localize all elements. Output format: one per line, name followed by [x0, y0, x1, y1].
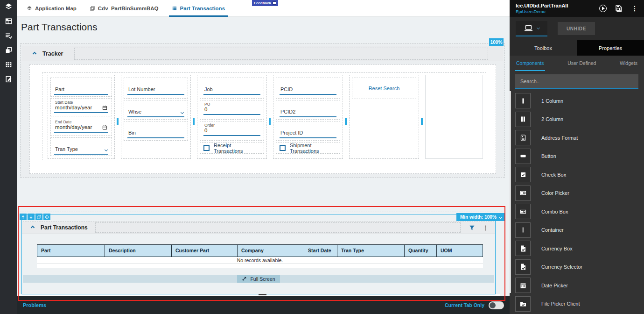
- component-item-container[interactable]: Container: [510, 221, 644, 240]
- problems-link[interactable]: Problems: [23, 302, 46, 308]
- checkbox[interactable]: [280, 145, 286, 151]
- copy-button[interactable]: [35, 214, 42, 220]
- component-item-date-picker[interactable]: Date Picker: [510, 276, 644, 295]
- tracker-field-bin[interactable]: Bin: [124, 121, 188, 141]
- panel-tab-properties[interactable]: Properties: [577, 40, 644, 56]
- panel-tab-toolbox[interactable]: Toolbox: [510, 40, 577, 56]
- grid-column-header-tran-type[interactable]: Tran Type: [337, 244, 405, 257]
- tracker-field-job[interactable]: Job: [200, 78, 264, 99]
- grid-column-header-company[interactable]: Company: [237, 244, 304, 257]
- sidebar-layers-icon[interactable]: [3, 1, 14, 12]
- tracker-field-po[interactable]: PO0: [200, 100, 264, 120]
- grid-column-header-start-date[interactable]: Start Date: [304, 244, 337, 257]
- tab-cdv-partbinsummbaq[interactable]: Cdv_PartBinSummBAQ: [83, 0, 165, 17]
- field-input: month/day/year: [54, 124, 108, 133]
- toolbox-subtabs: ComponentsUser DefinedWidgets: [510, 56, 644, 71]
- field-input: PCID2: [280, 101, 336, 117]
- tab-part-transactions[interactable]: Part Transactions: [165, 0, 232, 17]
- min-width-badge[interactable]: Min width: 100%: [456, 213, 505, 221]
- component-item-currency-selector[interactable]: Currency Selector: [510, 258, 644, 277]
- field-placeholder: Tran Type: [55, 146, 78, 152]
- tracker-field-receipt-transactions[interactable]: Receipt Transactions: [200, 142, 264, 154]
- panel-kebab-menu-icon[interactable]: ⋮: [631, 5, 638, 12]
- sidebar-list-check-icon[interactable]: [3, 30, 14, 41]
- calendar-icon[interactable]: [102, 125, 107, 130]
- component-item-file-picker-client[interactable]: File Picker Client: [510, 295, 644, 314]
- selected-grid-panel[interactable]: Part Transactions ⋮ PartDescriptionCusto…: [21, 214, 496, 294]
- column-drag-handle[interactable]: [345, 118, 347, 125]
- tracker-field-pcid[interactable]: PCID: [276, 78, 340, 99]
- component-item-color-picker[interactable]: Color Picker: [510, 184, 644, 203]
- component-item-2-column[interactable]: 2 Column: [510, 110, 644, 129]
- chevron-down-icon: [105, 148, 108, 151]
- grid-panel-header[interactable]: Part Transactions ⋮: [22, 221, 495, 234]
- grid-panel-body: PartDescriptionCustomer PartCompanyStart…: [22, 234, 495, 294]
- resize-handle[interactable]: [259, 294, 266, 295]
- move-down-button[interactable]: [28, 214, 35, 220]
- move-up-button[interactable]: [20, 214, 27, 220]
- sidebar-edit-document-icon[interactable]: [3, 74, 14, 84]
- current-tab-only-toggle[interactable]: [489, 301, 504, 309]
- column-drag-handle[interactable]: [421, 118, 423, 125]
- tracker-field-project-id[interactable]: Project ID: [276, 121, 340, 141]
- tracker-button-reset-search[interactable]: Reset Search: [352, 78, 416, 99]
- grid-column-header-customer-part[interactable]: Customer Part: [171, 244, 238, 257]
- filter-icon[interactable]: [469, 225, 475, 231]
- tracker-panel-header[interactable]: Tracker: [22, 46, 503, 61]
- sidebar-flow-icon[interactable]: [3, 45, 14, 55]
- component-item-address-format[interactable]: Address Format: [510, 128, 644, 147]
- component-item-check-box[interactable]: Check Box: [510, 165, 644, 184]
- component-item-combo-box[interactable]: Combo Box: [510, 202, 644, 221]
- column-drag-handle[interactable]: [117, 118, 119, 125]
- component-list-scrollbar[interactable]: [510, 91, 511, 293]
- grid-column-header-description[interactable]: Description: [105, 244, 172, 257]
- subtab-widgets[interactable]: Widgets: [619, 56, 638, 71]
- collapse-chevron-icon[interactable]: [33, 51, 36, 55]
- tab-application-map[interactable]: Application Map: [20, 0, 83, 17]
- tracker-field-order[interactable]: Order0: [200, 121, 264, 141]
- tracker-field-end-date[interactable]: End Datemonth/day/year: [50, 118, 112, 136]
- column-drag-handle[interactable]: [269, 118, 271, 125]
- sidebar-page-layout-icon[interactable]: [3, 16, 14, 26]
- tracker-field-shipment-transactions[interactable]: Shipment Transactions: [276, 142, 340, 154]
- component-item-button[interactable]: Button: [510, 147, 644, 166]
- tracker-field-whse[interactable]: Whse: [124, 100, 188, 120]
- kebab-menu-icon[interactable]: ⋮: [483, 224, 489, 231]
- tracker-field-lot-number[interactable]: Lot Number: [124, 78, 188, 99]
- calendar-icon[interactable]: [102, 105, 107, 110]
- component-item-1-column[interactable]: 1 Column: [510, 92, 644, 110]
- subtab-components[interactable]: Components: [515, 56, 545, 71]
- move-button[interactable]: [43, 214, 50, 220]
- chevron-down-icon: [499, 215, 502, 219]
- component-item-currency-box[interactable]: Currency Box: [510, 239, 644, 258]
- full-screen-button[interactable]: Full Screen: [237, 275, 280, 283]
- checkbox[interactable]: [203, 145, 210, 151]
- unhide-button[interactable]: UNHIDE: [558, 22, 595, 35]
- feedback-badge[interactable]: Feedback: [252, 0, 278, 6]
- field-value: 0: [204, 107, 207, 112]
- grid-column-header-quantity[interactable]: Quantity: [404, 244, 437, 257]
- tracker-field-part[interactable]: Part: [50, 78, 112, 97]
- grid-column-header-part[interactable]: Part: [37, 244, 105, 257]
- component-label: Currency Box: [541, 246, 573, 251]
- column-drag-handle[interactable]: [193, 118, 195, 125]
- component-label: 2 Column: [541, 116, 563, 122]
- field-input: 0: [203, 107, 260, 115]
- tracker-field-start-date[interactable]: Start Datemonth/day/year: [50, 98, 112, 116]
- save-button[interactable]: [615, 5, 623, 13]
- sidebar-table-icon[interactable]: [3, 59, 14, 70]
- grid-column-header-uom[interactable]: UOM: [436, 244, 483, 257]
- currency-box-icon: [515, 241, 531, 256]
- zoom-level-badge[interactable]: 100%: [489, 38, 504, 46]
- component-search-input[interactable]: Search..: [515, 74, 638, 89]
- preview-play-button[interactable]: [599, 5, 607, 12]
- collapse-chevron-icon[interactable]: [31, 226, 35, 229]
- tracker-field-pcid2[interactable]: PCID2: [276, 100, 340, 120]
- component-label: Container: [541, 227, 564, 233]
- component-label: Address Format: [541, 135, 578, 141]
- device-selector[interactable]: [516, 21, 547, 36]
- tab-layers-icon: [27, 6, 32, 11]
- tracker-field-tran-type[interactable]: Tran Type: [50, 137, 112, 156]
- current-tab-only-label: Current Tab Only: [445, 302, 484, 308]
- subtab-user-defined[interactable]: User Defined: [567, 56, 597, 71]
